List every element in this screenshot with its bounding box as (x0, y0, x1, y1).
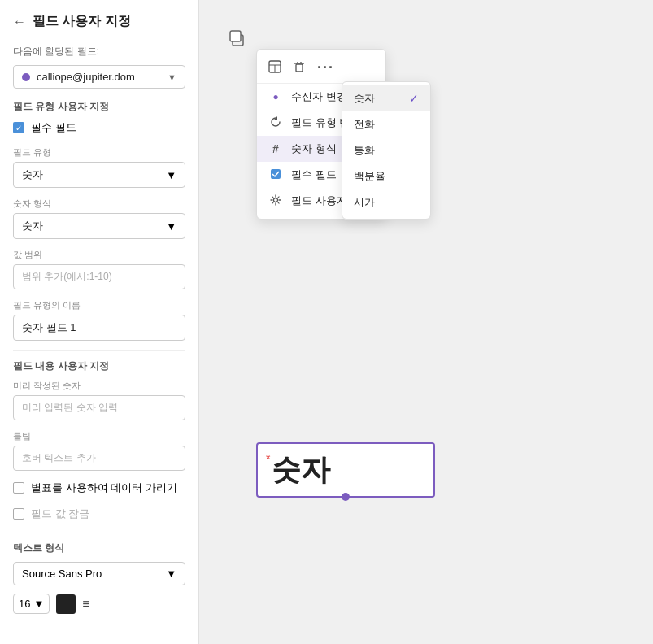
back-header[interactable]: ← 필드 사용자 지정 (13, 13, 185, 30)
tooltip-placeholder: 호버 텍스트 추가 (22, 452, 96, 463)
copy-icon[interactable] (229, 29, 246, 51)
prewritten-number-label: 미리 작성된 숫자 (13, 380, 185, 392)
field-type-name-section: 필드 유형의 이름 숫자 필드 1 (13, 299, 185, 341)
field-dropdown[interactable]: calliope@jupiter.dom ▼ (13, 65, 185, 89)
assigned-field-label: 다음에 할당된 필드: (13, 45, 185, 59)
left-panel: ← 필드 사용자 지정 다음에 할당된 필드: calliope@jupiter… (0, 0, 199, 644)
required-field-menu-icon (268, 168, 283, 182)
content-custom-label: 필드 내용 사용자 지정 (13, 359, 185, 373)
sub-item-phone[interactable]: 전화 (342, 111, 430, 137)
field-type-section: 필드 유형 숫자 ▼ (13, 146, 185, 188)
lock-field-checkbox[interactable] (13, 508, 24, 520)
field-type-value: 숫자 (22, 168, 43, 182)
sub-item-percent[interactable]: 백분율 (342, 163, 430, 189)
sub-item-time[interactable]: 시가 (342, 189, 430, 215)
font-size-value: 16 (19, 598, 30, 610)
table-icon[interactable] (268, 60, 281, 76)
field-type-chevron: ▼ (166, 169, 176, 181)
right-panel: ··· ● 수신자 변경 › 필드 유형 변경 › (199, 0, 653, 644)
required-field-row[interactable]: 필수 필드 (13, 120, 185, 135)
divider-1 (13, 350, 185, 351)
font-name-value: Source Sans Pro (22, 568, 102, 580)
prewritten-number-section: 미리 작성된 숫자 미리 입력된 숫자 입력 (13, 380, 185, 420)
field-type-select[interactable]: 숫자 ▼ (13, 162, 185, 188)
value-range-section: 값 범위 범위 추가(예시:1-10) (13, 249, 185, 289)
hide-data-label: 별표를 사용하여 데이터 가리기 (31, 481, 177, 495)
svg-rect-1 (230, 31, 241, 41)
number-check-icon: ✓ (409, 92, 419, 105)
tooltip-input[interactable]: 호버 텍스트 추가 (13, 446, 185, 471)
field-preview[interactable]: * 숫자 (256, 442, 435, 498)
type-custom-label: 필드 유형 사용자 지정 (13, 100, 185, 114)
lock-field-label: 필드 값 잠금 (31, 507, 89, 521)
required-field-checkbox[interactable] (13, 122, 24, 133)
recipient-icon: ● (268, 91, 283, 102)
font-select-chevron: ▼ (166, 568, 176, 580)
font-size-chevron: ▼ (33, 598, 44, 610)
value-range-input[interactable]: 범위 추가(예시:1-10) (13, 264, 185, 289)
number-format-section: 숫자 형식 숫자 ▼ (13, 198, 185, 239)
font-tools-row: 16 ▼ ≡ (13, 594, 185, 614)
dot-icon (22, 73, 30, 81)
field-email-value: calliope@jupiter.dom (37, 71, 135, 83)
field-type-name-value: 숫자 필드 1 (22, 321, 76, 333)
sub-dropdown-number-format: 숫자 ✓ 전화 통화 백분율 시가 (342, 81, 431, 220)
number-format-select[interactable]: 숫자 ▼ (13, 213, 185, 239)
sub-item-currency-label: 통화 (354, 143, 375, 158)
font-color-swatch[interactable] (56, 594, 76, 614)
field-preview-handle[interactable] (342, 493, 350, 501)
sub-item-time-label: 시가 (354, 195, 375, 210)
trash-icon[interactable] (293, 60, 306, 76)
hide-data-row[interactable]: 별표를 사용하여 데이터 가리기 (13, 481, 185, 495)
field-type-name-input[interactable]: 숫자 필드 1 (13, 315, 185, 341)
hide-data-checkbox[interactable] (13, 482, 24, 494)
prewritten-number-placeholder: 미리 입력된 숫자 입력 (22, 402, 118, 413)
prewritten-number-input[interactable]: 미리 입력된 숫자 입력 (13, 395, 185, 420)
font-select[interactable]: Source Sans Pro ▼ (13, 562, 185, 585)
field-dropdown-left: calliope@jupiter.dom (22, 71, 135, 83)
align-icon[interactable]: ≡ (82, 597, 89, 611)
number-format-value: 숫자 (22, 219, 43, 233)
sub-dropdown-scroll: 숫자 ✓ 전화 통화 백분율 시가 (342, 85, 430, 215)
field-type-icon (268, 116, 283, 130)
font-size-select[interactable]: 16 ▼ (13, 594, 50, 614)
sub-item-percent-label: 백분율 (354, 169, 385, 184)
field-preview-text: 숫자 (272, 450, 330, 490)
lock-field-row[interactable]: 필드 값 잠금 (13, 507, 185, 521)
number-format-label: 숫자 형식 (13, 198, 185, 210)
preview-area: ··· ● 수신자 변경 › 필드 유형 변경 › (215, 16, 637, 628)
page-title: 필드 사용자 지정 (33, 13, 131, 30)
sub-item-number-label: 숫자 (354, 91, 375, 106)
required-field-label: 필수 필드 (31, 120, 76, 135)
sub-item-currency[interactable]: 통화 (342, 137, 430, 163)
field-custom-icon (268, 194, 283, 208)
svg-rect-5 (296, 64, 303, 72)
svg-rect-9 (271, 169, 281, 179)
sub-item-phone-label: 전화 (354, 117, 375, 132)
text-format-label: 텍스트 형식 (13, 542, 185, 555)
svg-point-10 (274, 198, 278, 202)
back-arrow-icon: ← (13, 15, 26, 29)
more-icon[interactable]: ··· (317, 59, 334, 76)
number-format-chevron: ▼ (166, 220, 176, 233)
context-menu-toolbar: ··· (257, 54, 385, 84)
asterisk-icon: * (266, 452, 270, 465)
value-range-label: 값 범위 (13, 249, 185, 261)
number-format-icon: # (268, 142, 283, 155)
tooltip-label: 툴팁 (13, 430, 185, 442)
field-type-name-label: 필드 유형의 이름 (13, 299, 185, 311)
tooltip-section: 툴팁 호버 텍스트 추가 (13, 430, 185, 471)
sub-item-number[interactable]: 숫자 ✓ (342, 85, 430, 111)
divider-2 (13, 533, 185, 533)
field-type-label: 필드 유형 (13, 146, 185, 159)
value-range-placeholder: 범위 추가(예시:1-10) (22, 271, 112, 282)
chevron-down-icon: ▼ (168, 72, 176, 82)
